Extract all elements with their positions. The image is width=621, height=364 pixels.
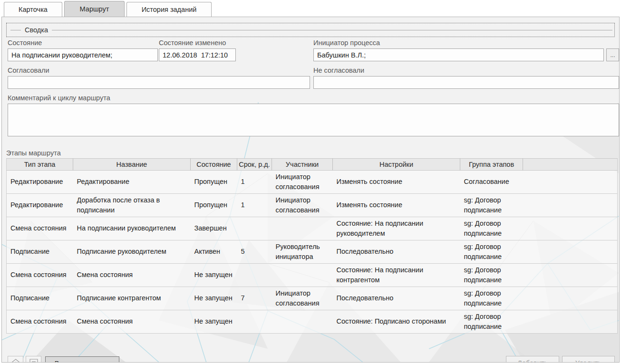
cell-participants: Инициатор согласования [272,171,333,194]
cell-term [237,264,272,287]
cell-state: Не запущен [191,310,237,334]
cell-settings: Изменять состояние [333,171,460,194]
stages-table: Тип этапа Название Состояние Срок, р.д. … [6,158,618,334]
cell-settings: Состояние: На подписании руководителем [333,217,460,240]
stage-row[interactable]: Смена состояния На подписании руководите… [7,217,618,240]
cell-name: На подписании руководителем [73,217,191,240]
cell-group: sg: Договор подписание [460,287,523,310]
stage-row[interactable]: Редактирование Доработка после отказа в … [7,194,618,217]
cell-type: Смена состояния [7,264,73,287]
cell-empty [523,171,618,194]
stage-group-remove-button[interactable] [26,356,41,363]
initiator-input[interactable] [313,48,604,61]
stage-row[interactable]: Смена состояния Смена состояния Не запущ… [7,310,618,334]
cell-name: Подписание руководителем [73,240,191,264]
cell-term: 1 [237,171,272,194]
cell-name: Редактирование [73,171,191,194]
cell-participants [272,264,333,287]
cell-state: Пропущен [191,171,237,194]
cell-settings: Последовательно [333,287,460,310]
cell-settings: Последовательно [333,240,460,264]
cell-empty [523,194,618,217]
cell-participants [272,217,333,240]
groupbox-line [10,30,21,30]
cell-type: Редактирование [7,171,73,194]
summary-group-title: Сводка [21,26,52,34]
cell-state: Завершен [191,217,237,240]
cell-empty [523,287,618,310]
column-header-participants[interactable]: Участники [272,159,333,171]
state-label: Состояние [8,39,42,47]
cell-name: Доработка после отказа в подписании [73,194,191,217]
cell-participants: Инициатор согласования [272,194,333,217]
cell-settings: Состояние: На подписании контрагентом [333,264,460,287]
initiator-browse-button[interactable]: ... [606,48,619,61]
stage-row[interactable]: Подписание Подписание руководителем Акти… [7,240,618,264]
comment-textarea[interactable] [8,104,619,136]
cell-group: Согласование [460,171,523,194]
visualize-button[interactable]: Визуализировать [45,356,119,363]
approved-input[interactable] [8,76,310,89]
cell-group: sg: Договор подписание [460,310,523,334]
add-button[interactable]: Добавить [506,356,559,363]
cell-term: 7 [237,287,272,310]
cell-empty [523,217,618,240]
cell-empty [523,240,618,264]
pentagon-minus-icon [29,358,39,363]
stage-row[interactable]: Подписание Подписание контрагентом Не за… [7,287,618,310]
approved-label: Согласовали [8,67,49,75]
column-header-term[interactable]: Срок, р.д. [237,159,272,171]
column-header-name[interactable]: Название [73,159,191,171]
cell-type: Смена состояния [7,217,73,240]
cell-state: Активен [191,240,237,264]
cell-participants [272,310,333,334]
stage-row[interactable]: Редактирование Редактирование Пропущен 1… [7,171,618,194]
cell-group: sg: Договор подписание [460,217,523,240]
state-input[interactable] [8,48,158,61]
state-changed-label: Состояние изменено [159,39,226,47]
cell-name: Подписание контрагентом [73,287,191,310]
stages-title: Этапы маршрута [6,149,615,157]
cell-term: 1 [237,194,272,217]
footer-toolbar: Визуализировать Добавить Удалить [8,356,615,363]
column-header-state[interactable]: Состояние [191,159,237,171]
tab-task-history[interactable]: История заданий [126,2,212,17]
column-header-type[interactable]: Тип этапа [7,159,73,171]
cell-state: Не запущен [191,287,237,310]
cell-group: sg: Договор подписание [460,194,523,217]
column-header-settings[interactable]: Настройки [333,159,460,171]
cell-term [237,310,272,334]
cell-settings: Изменять состояние [333,194,460,217]
cell-state: Не запущен [191,264,237,287]
cell-type: Смена состояния [7,310,73,334]
cell-type: Подписание [7,240,73,264]
pentagon-plus-icon [10,358,21,363]
cell-participants: Инициатор согласования [272,287,333,310]
not-approved-input[interactable] [313,76,619,89]
summary-fields: Состояние Состояние изменено Инициатор п… [6,39,615,140]
tab-card[interactable]: Карточка [4,2,62,17]
cell-participants: Руководитель инициатора [272,240,333,264]
stage-group-add-button[interactable] [8,356,23,363]
cell-empty [523,310,618,334]
cell-term [237,217,272,240]
delete-button[interactable]: Удалить [562,356,615,363]
column-header-group[interactable]: Группа этапов [460,159,523,171]
cell-name: Смена состояния [73,264,191,287]
cell-group: sg: Договор подписание [460,240,523,264]
tab-route[interactable]: Маршрут [64,1,125,17]
cell-type: Подписание [7,287,73,310]
summary-groupbox: Сводка [6,23,615,37]
stages-header-row: Тип этапа Название Состояние Срок, р.д. … [7,159,618,171]
cell-group: sg: Договор подписание [460,264,523,287]
stage-row[interactable]: Смена состояния Смена состояния Не запущ… [7,264,618,287]
state-changed-input[interactable] [159,48,236,61]
cell-name: Смена состояния [73,310,191,334]
not-approved-label: Не согласовали [313,67,364,75]
initiator-label: Инициатор процесса [313,39,380,47]
groupbox-line [52,30,612,30]
column-header-empty [523,159,618,171]
tab-bar: Карточка Маршрут История заданий [4,2,212,17]
cell-settings: Состояние: Подписано сторонами [333,310,460,334]
cell-type: Редактирование [7,194,73,217]
